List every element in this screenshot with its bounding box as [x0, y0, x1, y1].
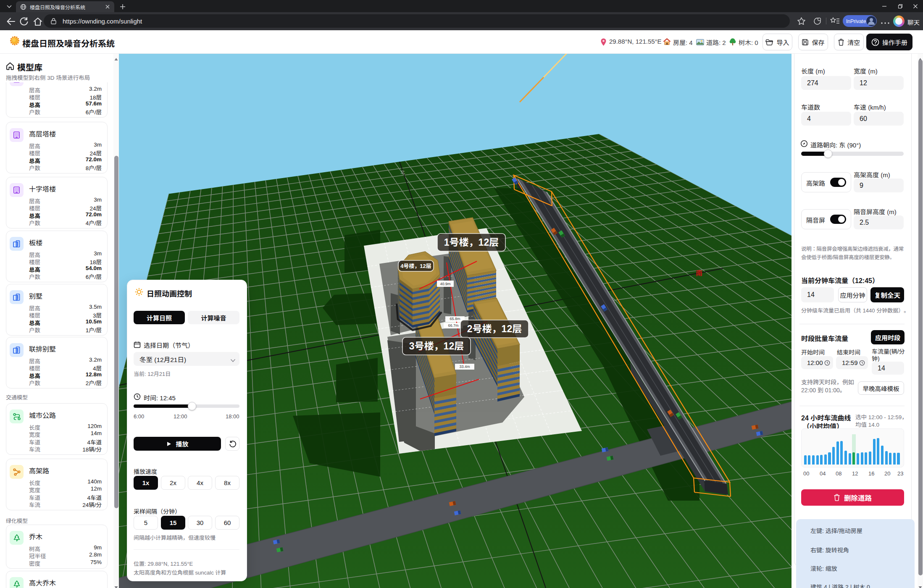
svg-text:2号楼，12层: 2号楼，12层	[467, 323, 522, 334]
svg-text:33.4m: 33.4m	[459, 365, 470, 369]
svg-text:1号楼，12层: 1号楼，12层	[444, 237, 499, 248]
svg-text:4号楼，12层: 4号楼，12层	[400, 263, 431, 269]
svg-text:66.7m: 66.7m	[448, 323, 458, 328]
svg-text:3号楼，12层: 3号楼，12层	[409, 341, 464, 352]
svg-text:40.9m: 40.9m	[440, 282, 450, 286]
svg-text:65.8m: 65.8m	[450, 317, 460, 321]
svg-text:南: 南	[696, 270, 702, 277]
svg-text:北: 北	[400, 170, 405, 175]
